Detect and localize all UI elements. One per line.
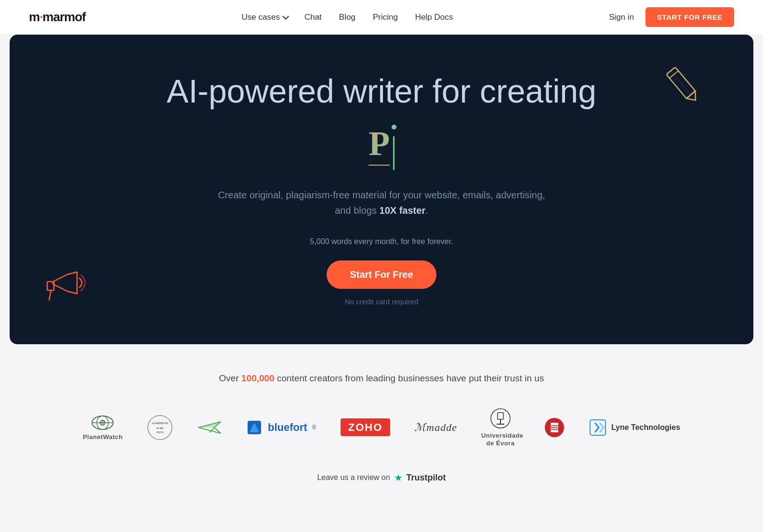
cursor-blink [393, 136, 395, 170]
sign-in-link[interactable]: Sign in [609, 13, 634, 22]
svg-point-19 [491, 409, 510, 428]
svg-text:SUN: SUN [157, 430, 163, 434]
hero-words-badge: 5,000 words every month, for free foreve… [310, 237, 453, 246]
logo-m: m [29, 10, 39, 24]
logo-zoho: ZOHO [341, 421, 391, 434]
navbar: m·marmof Use cases Chat Blog Pricing [0, 0, 763, 35]
evora-label: Universidadede Évora [481, 432, 520, 448]
nav-item-pricing[interactable]: Pricing [373, 13, 398, 22]
logo-evora: Universidadede Évora [481, 408, 520, 448]
logo-arca [544, 417, 565, 438]
logos-row: PlanetWatch GARDENS of the SUN [29, 408, 734, 448]
madde-label: ℳmadde [414, 421, 457, 434]
hero-no-credit-card-text: No credit card required [345, 298, 419, 306]
bluefort-icon [246, 419, 263, 436]
logo-planetwatch: PlanetWatch [83, 415, 123, 441]
animated-word-container: P [368, 124, 394, 170]
bluefort-registered: ® [312, 424, 316, 431]
nav-item-help-docs[interactable]: Help Docs [415, 13, 453, 22]
svg-point-9 [101, 421, 104, 425]
lyne-label: Lyne Technologies [611, 423, 680, 432]
trust-section: Over 100,000 content creators from leadi… [0, 344, 763, 503]
animated-word: P [368, 124, 394, 170]
logo-madde: ℳmadde [414, 421, 457, 434]
nav-start-for-free-button[interactable]: START FOR FREE [645, 7, 734, 27]
hero-start-for-free-button[interactable]: Start For Free [327, 260, 436, 289]
logo[interactable]: m·marmof [29, 10, 86, 25]
logo-directiq [197, 418, 222, 437]
svg-line-2 [670, 71, 678, 78]
evora-icon [490, 408, 511, 429]
svg-rect-20 [498, 413, 503, 419]
bluefort-label: bluefort [268, 421, 307, 434]
trustpilot-brand[interactable]: Trustpilot [407, 473, 446, 483]
svg-text:GARDENS: GARDENS [152, 421, 168, 425]
chevron-down-icon [282, 13, 289, 19]
logo-gardens: GARDENS of the SUN [147, 415, 173, 441]
megaphone-icon [39, 258, 96, 315]
gardens-icon: GARDENS of the SUN [147, 415, 173, 441]
trustpilot-text: Leave us a review on [317, 473, 390, 482]
hero-subtitle: Create original, plagiarism-free materia… [218, 187, 545, 218]
arca-icon [544, 417, 565, 438]
nav-item-chat[interactable]: Chat [304, 13, 322, 22]
directiq-icon [197, 418, 222, 437]
logo-rest: marmof [42, 10, 85, 24]
nav-links: Use cases Chat Blog Pricing Help Docs [242, 13, 453, 22]
nav-right: Sign in START FOR FREE [609, 7, 734, 27]
planetwatch-icon [91, 415, 114, 430]
nav-item-use-cases[interactable]: Use cases [242, 13, 287, 22]
trustpilot-row[interactable]: Leave us a review on ★ Trustpilot [29, 472, 734, 483]
animated-letter: P [368, 124, 390, 166]
lyne-icon [589, 419, 606, 436]
hero-section: AI-powered writer for creating P Create … [10, 35, 753, 344]
nav-item-blog[interactable]: Blog [339, 13, 355, 22]
hero-title: AI-powered writer for creating [167, 73, 596, 109]
planetwatch-label: PlanetWatch [83, 433, 123, 441]
svg-text:of the: of the [157, 427, 164, 429]
trust-text: Over 100,000 content creators from leadi… [29, 373, 734, 384]
cursor-dot [392, 125, 396, 130]
logo-lyne: Lyne Technologies [589, 419, 680, 436]
trustpilot-star-icon: ★ [394, 472, 403, 483]
pencil-icon [662, 64, 705, 107]
svg-marker-1 [686, 91, 700, 104]
logo-bluefort: bluefort ® [246, 419, 316, 436]
svg-marker-29 [594, 423, 600, 432]
